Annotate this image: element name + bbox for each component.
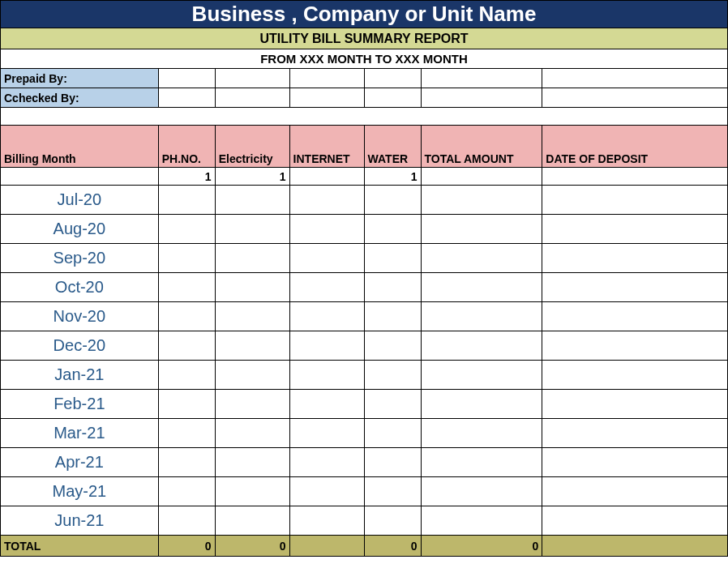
cell[interactable] <box>542 448 728 477</box>
cell[interactable] <box>215 69 289 88</box>
cell[interactable] <box>421 273 542 302</box>
cell[interactable] <box>421 331 542 361</box>
cell[interactable] <box>364 477 421 506</box>
cell[interactable] <box>421 506 542 536</box>
cell[interactable] <box>215 419 289 448</box>
month-cell[interactable]: Jan-21 <box>1 361 159 390</box>
cell[interactable] <box>542 215 728 244</box>
cell[interactable] <box>364 506 421 536</box>
cell[interactable] <box>364 390 421 419</box>
cell[interactable] <box>158 88 215 108</box>
cell[interactable] <box>289 390 364 419</box>
cell[interactable] <box>364 69 421 88</box>
cell[interactable] <box>158 390 215 419</box>
cell[interactable] <box>215 244 289 273</box>
cell[interactable] <box>215 361 289 390</box>
cell[interactable] <box>158 361 215 390</box>
cell[interactable] <box>542 302 728 331</box>
cell[interactable] <box>542 273 728 302</box>
cell-phno[interactable]: 1 <box>158 168 215 186</box>
cell[interactable] <box>158 331 215 361</box>
cell[interactable] <box>289 88 364 108</box>
cell[interactable] <box>289 331 364 361</box>
cell[interactable] <box>158 273 215 302</box>
cell[interactable] <box>158 215 215 244</box>
cell-total[interactable] <box>421 168 542 186</box>
cell[interactable] <box>289 69 364 88</box>
cell[interactable] <box>215 477 289 506</box>
cell-deposit[interactable] <box>542 168 728 186</box>
cell[interactable] <box>215 108 289 126</box>
cell[interactable] <box>158 448 215 477</box>
cell[interactable] <box>421 448 542 477</box>
cell[interactable] <box>542 88 728 108</box>
cell[interactable] <box>215 273 289 302</box>
cell[interactable] <box>215 390 289 419</box>
cell-internet[interactable] <box>289 168 364 186</box>
cell[interactable] <box>421 88 542 108</box>
month-cell[interactable]: Nov-20 <box>1 302 159 331</box>
cell[interactable] <box>542 390 728 419</box>
cell[interactable] <box>421 244 542 273</box>
month-cell[interactable]: Apr-21 <box>1 448 159 477</box>
cell[interactable] <box>542 419 728 448</box>
cell[interactable] <box>158 244 215 273</box>
month-cell[interactable]: Dec-20 <box>1 331 159 361</box>
cell[interactable] <box>421 108 542 126</box>
month-cell[interactable]: Sep-20 <box>1 244 159 273</box>
cell[interactable] <box>215 88 289 108</box>
cell[interactable] <box>158 477 215 506</box>
cell[interactable] <box>289 215 364 244</box>
cell[interactable] <box>364 273 421 302</box>
cell[interactable] <box>364 361 421 390</box>
cell[interactable] <box>421 477 542 506</box>
cell[interactable] <box>289 419 364 448</box>
cell[interactable] <box>289 477 364 506</box>
cell[interactable] <box>215 331 289 361</box>
cell[interactable] <box>542 244 728 273</box>
cell[interactable] <box>421 302 542 331</box>
cell[interactable] <box>289 448 364 477</box>
cell[interactable] <box>364 88 421 108</box>
cell[interactable] <box>364 215 421 244</box>
cell[interactable] <box>364 108 421 126</box>
cell[interactable] <box>421 390 542 419</box>
cell[interactable] <box>289 361 364 390</box>
cell[interactable] <box>289 108 364 126</box>
cell[interactable] <box>421 419 542 448</box>
cell[interactable] <box>542 69 728 88</box>
cell[interactable] <box>215 506 289 536</box>
cell[interactable] <box>215 302 289 331</box>
month-cell[interactable]: Feb-21 <box>1 390 159 419</box>
cell[interactable] <box>421 69 542 88</box>
cell[interactable] <box>542 331 728 361</box>
cell[interactable] <box>364 419 421 448</box>
cell[interactable] <box>289 273 364 302</box>
cell[interactable] <box>364 302 421 331</box>
cell[interactable] <box>364 186 421 215</box>
cell[interactable] <box>421 361 542 390</box>
cell-electricity[interactable]: 1 <box>215 168 289 186</box>
month-cell[interactable]: Jul-20 <box>1 186 159 215</box>
cell[interactable] <box>158 69 215 88</box>
cell-water[interactable]: 1 <box>364 168 421 186</box>
cell[interactable] <box>215 186 289 215</box>
cell[interactable] <box>364 244 421 273</box>
cell[interactable] <box>364 331 421 361</box>
cell[interactable] <box>289 506 364 536</box>
cell[interactable] <box>421 215 542 244</box>
cell[interactable] <box>289 186 364 215</box>
cell[interactable] <box>289 244 364 273</box>
cell[interactable] <box>289 302 364 331</box>
month-cell[interactable]: Mar-21 <box>1 419 159 448</box>
month-cell[interactable]: Aug-20 <box>1 215 159 244</box>
cell[interactable] <box>542 186 728 215</box>
cell[interactable] <box>158 302 215 331</box>
cell[interactable] <box>158 506 215 536</box>
cell[interactable] <box>364 448 421 477</box>
cell[interactable] <box>542 108 728 126</box>
month-cell[interactable]: May-21 <box>1 477 159 506</box>
cell[interactable] <box>158 419 215 448</box>
month-cell[interactable]: Jun-21 <box>1 506 159 536</box>
cell[interactable] <box>1 168 159 186</box>
